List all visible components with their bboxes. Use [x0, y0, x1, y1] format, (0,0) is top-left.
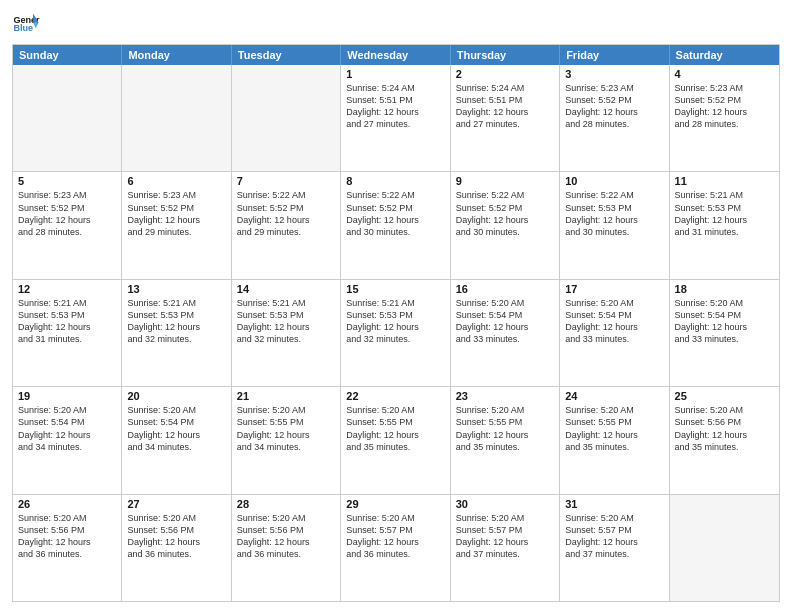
day-number: 31 [565, 498, 663, 510]
day-info: Sunrise: 5:21 AM Sunset: 5:53 PM Dayligh… [237, 297, 335, 346]
calendar-cell: 8Sunrise: 5:22 AM Sunset: 5:52 PM Daylig… [341, 172, 450, 278]
day-number: 3 [565, 68, 663, 80]
day-info: Sunrise: 5:20 AM Sunset: 5:55 PM Dayligh… [346, 404, 444, 453]
day-info: Sunrise: 5:20 AM Sunset: 5:57 PM Dayligh… [565, 512, 663, 561]
day-info: Sunrise: 5:23 AM Sunset: 5:52 PM Dayligh… [675, 82, 774, 131]
calendar-header-cell: Monday [122, 45, 231, 65]
day-number: 20 [127, 390, 225, 402]
day-info: Sunrise: 5:21 AM Sunset: 5:53 PM Dayligh… [18, 297, 116, 346]
day-info: Sunrise: 5:21 AM Sunset: 5:53 PM Dayligh… [346, 297, 444, 346]
calendar-cell: 13Sunrise: 5:21 AM Sunset: 5:53 PM Dayli… [122, 280, 231, 386]
day-number: 10 [565, 175, 663, 187]
day-info: Sunrise: 5:20 AM Sunset: 5:56 PM Dayligh… [675, 404, 774, 453]
day-number: 15 [346, 283, 444, 295]
day-info: Sunrise: 5:20 AM Sunset: 5:56 PM Dayligh… [237, 512, 335, 561]
calendar-cell: 30Sunrise: 5:20 AM Sunset: 5:57 PM Dayli… [451, 495, 560, 601]
calendar-cell: 7Sunrise: 5:22 AM Sunset: 5:52 PM Daylig… [232, 172, 341, 278]
day-info: Sunrise: 5:20 AM Sunset: 5:54 PM Dayligh… [18, 404, 116, 453]
day-number: 12 [18, 283, 116, 295]
svg-text:Blue: Blue [13, 23, 33, 33]
day-info: Sunrise: 5:23 AM Sunset: 5:52 PM Dayligh… [565, 82, 663, 131]
day-number: 14 [237, 283, 335, 295]
day-number: 5 [18, 175, 116, 187]
calendar: SundayMondayTuesdayWednesdayThursdayFrid… [12, 44, 780, 602]
day-number: 1 [346, 68, 444, 80]
calendar-header-cell: Tuesday [232, 45, 341, 65]
calendar-cell [670, 495, 779, 601]
calendar-cell: 29Sunrise: 5:20 AM Sunset: 5:57 PM Dayli… [341, 495, 450, 601]
calendar-week: 12Sunrise: 5:21 AM Sunset: 5:53 PM Dayli… [13, 280, 779, 387]
calendar-header-cell: Saturday [670, 45, 779, 65]
day-number: 8 [346, 175, 444, 187]
calendar-cell [232, 65, 341, 171]
day-number: 23 [456, 390, 554, 402]
calendar-cell: 3Sunrise: 5:23 AM Sunset: 5:52 PM Daylig… [560, 65, 669, 171]
calendar-cell: 20Sunrise: 5:20 AM Sunset: 5:54 PM Dayli… [122, 387, 231, 493]
calendar-week: 5Sunrise: 5:23 AM Sunset: 5:52 PM Daylig… [13, 172, 779, 279]
calendar-cell: 28Sunrise: 5:20 AM Sunset: 5:56 PM Dayli… [232, 495, 341, 601]
calendar-cell: 12Sunrise: 5:21 AM Sunset: 5:53 PM Dayli… [13, 280, 122, 386]
day-number: 25 [675, 390, 774, 402]
day-number: 18 [675, 283, 774, 295]
day-info: Sunrise: 5:20 AM Sunset: 5:57 PM Dayligh… [346, 512, 444, 561]
day-info: Sunrise: 5:20 AM Sunset: 5:57 PM Dayligh… [456, 512, 554, 561]
day-info: Sunrise: 5:22 AM Sunset: 5:53 PM Dayligh… [565, 189, 663, 238]
calendar-week: 26Sunrise: 5:20 AM Sunset: 5:56 PM Dayli… [13, 495, 779, 601]
day-info: Sunrise: 5:23 AM Sunset: 5:52 PM Dayligh… [127, 189, 225, 238]
day-number: 19 [18, 390, 116, 402]
calendar-header: SundayMondayTuesdayWednesdayThursdayFrid… [13, 45, 779, 65]
day-info: Sunrise: 5:24 AM Sunset: 5:51 PM Dayligh… [456, 82, 554, 131]
calendar-cell: 16Sunrise: 5:20 AM Sunset: 5:54 PM Dayli… [451, 280, 560, 386]
calendar-cell: 31Sunrise: 5:20 AM Sunset: 5:57 PM Dayli… [560, 495, 669, 601]
calendar-header-cell: Friday [560, 45, 669, 65]
day-number: 29 [346, 498, 444, 510]
calendar-cell: 11Sunrise: 5:21 AM Sunset: 5:53 PM Dayli… [670, 172, 779, 278]
page: General Blue SundayMondayTuesdayWednesda… [0, 0, 792, 612]
calendar-cell: 6Sunrise: 5:23 AM Sunset: 5:52 PM Daylig… [122, 172, 231, 278]
day-info: Sunrise: 5:23 AM Sunset: 5:52 PM Dayligh… [18, 189, 116, 238]
day-info: Sunrise: 5:22 AM Sunset: 5:52 PM Dayligh… [237, 189, 335, 238]
day-number: 11 [675, 175, 774, 187]
calendar-cell: 24Sunrise: 5:20 AM Sunset: 5:55 PM Dayli… [560, 387, 669, 493]
day-number: 9 [456, 175, 554, 187]
day-info: Sunrise: 5:24 AM Sunset: 5:51 PM Dayligh… [346, 82, 444, 131]
day-number: 22 [346, 390, 444, 402]
day-number: 24 [565, 390, 663, 402]
calendar-cell: 22Sunrise: 5:20 AM Sunset: 5:55 PM Dayli… [341, 387, 450, 493]
day-number: 21 [237, 390, 335, 402]
day-number: 28 [237, 498, 335, 510]
day-info: Sunrise: 5:21 AM Sunset: 5:53 PM Dayligh… [675, 189, 774, 238]
day-info: Sunrise: 5:20 AM Sunset: 5:54 PM Dayligh… [127, 404, 225, 453]
calendar-cell: 23Sunrise: 5:20 AM Sunset: 5:55 PM Dayli… [451, 387, 560, 493]
day-number: 2 [456, 68, 554, 80]
calendar-header-cell: Wednesday [341, 45, 450, 65]
day-number: 7 [237, 175, 335, 187]
calendar-body: 1Sunrise: 5:24 AM Sunset: 5:51 PM Daylig… [13, 65, 779, 601]
calendar-cell: 14Sunrise: 5:21 AM Sunset: 5:53 PM Dayli… [232, 280, 341, 386]
day-info: Sunrise: 5:20 AM Sunset: 5:56 PM Dayligh… [127, 512, 225, 561]
calendar-cell: 21Sunrise: 5:20 AM Sunset: 5:55 PM Dayli… [232, 387, 341, 493]
calendar-cell: 1Sunrise: 5:24 AM Sunset: 5:51 PM Daylig… [341, 65, 450, 171]
day-info: Sunrise: 5:20 AM Sunset: 5:54 PM Dayligh… [456, 297, 554, 346]
calendar-cell: 4Sunrise: 5:23 AM Sunset: 5:52 PM Daylig… [670, 65, 779, 171]
day-info: Sunrise: 5:22 AM Sunset: 5:52 PM Dayligh… [346, 189, 444, 238]
calendar-cell: 5Sunrise: 5:23 AM Sunset: 5:52 PM Daylig… [13, 172, 122, 278]
day-number: 26 [18, 498, 116, 510]
calendar-cell: 19Sunrise: 5:20 AM Sunset: 5:54 PM Dayli… [13, 387, 122, 493]
day-number: 16 [456, 283, 554, 295]
calendar-cell: 9Sunrise: 5:22 AM Sunset: 5:52 PM Daylig… [451, 172, 560, 278]
logo: General Blue [12, 10, 40, 38]
calendar-header-cell: Sunday [13, 45, 122, 65]
calendar-cell: 27Sunrise: 5:20 AM Sunset: 5:56 PM Dayli… [122, 495, 231, 601]
day-number: 30 [456, 498, 554, 510]
calendar-cell: 17Sunrise: 5:20 AM Sunset: 5:54 PM Dayli… [560, 280, 669, 386]
day-info: Sunrise: 5:22 AM Sunset: 5:52 PM Dayligh… [456, 189, 554, 238]
calendar-header-cell: Thursday [451, 45, 560, 65]
day-number: 6 [127, 175, 225, 187]
calendar-cell: 26Sunrise: 5:20 AM Sunset: 5:56 PM Dayli… [13, 495, 122, 601]
svg-marker-3 [33, 23, 39, 29]
day-info: Sunrise: 5:21 AM Sunset: 5:53 PM Dayligh… [127, 297, 225, 346]
header: General Blue [12, 10, 780, 38]
calendar-cell: 15Sunrise: 5:21 AM Sunset: 5:53 PM Dayli… [341, 280, 450, 386]
day-info: Sunrise: 5:20 AM Sunset: 5:54 PM Dayligh… [565, 297, 663, 346]
